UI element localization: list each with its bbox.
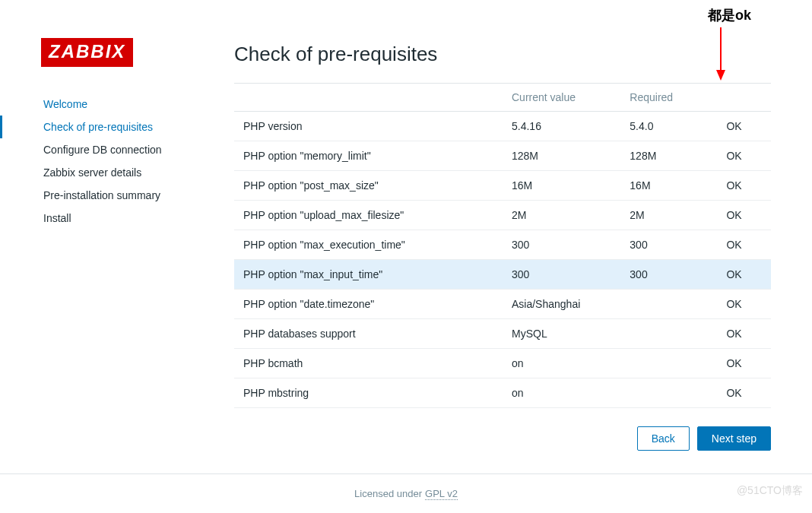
nav-step-0[interactable]: Welcome <box>0 93 198 116</box>
cell-status: OK <box>717 230 771 260</box>
cell-name: PHP mbstring <box>234 378 503 408</box>
cell-status: OK <box>717 141 771 171</box>
cell-required: 300 <box>620 260 717 290</box>
table-row: PHP option "post_max_size"16M16MOK <box>234 171 771 201</box>
cell-name: PHP version <box>234 112 503 141</box>
cell-required: 5.4.0 <box>620 112 717 141</box>
sidebar: ZABBIX WelcomeCheck of pre-requisitesCon… <box>0 0 198 513</box>
footer-text: Licensed under <box>354 488 422 499</box>
nav-step-1[interactable]: Check of pre-requisites <box>0 116 198 138</box>
cell-current-value: Asia/Shanghai <box>503 290 620 319</box>
footer: Licensed under GPL v2 <box>0 473 812 513</box>
cell-status: OK <box>717 319 771 349</box>
app-container: ZABBIX WelcomeCheck of pre-requisitesCon… <box>0 0 812 513</box>
svg-marker-1 <box>716 70 725 81</box>
cell-status: OK <box>717 378 771 408</box>
footer-license-link[interactable]: GPL v2 <box>425 488 458 500</box>
cell-status: OK <box>717 260 771 290</box>
cell-current-value: 5.4.16 <box>503 112 620 141</box>
cell-required <box>620 378 717 408</box>
cell-required: 128M <box>620 141 717 171</box>
setup-steps-nav: WelcomeCheck of pre-requisitesConfigure … <box>41 93 198 230</box>
annotation-note: 都是ok <box>708 6 751 24</box>
watermark-text: @51CTO博客 <box>737 484 803 498</box>
header-name <box>234 84 503 112</box>
cell-status: OK <box>717 201 771 230</box>
table-row: PHP bcmathonOK <box>234 349 771 378</box>
table-row: PHP option "max_execution_time"300300OK <box>234 230 771 260</box>
requirements-table: Current value Required PHP version5.4.16… <box>234 84 771 408</box>
cell-required: 16M <box>620 171 717 201</box>
cell-current-value: MySQL <box>503 319 620 349</box>
table-row: PHP version5.4.165.4.0OK <box>234 112 771 141</box>
cell-required: 2M <box>620 201 717 230</box>
cell-current-value: 128M <box>503 141 620 171</box>
cell-name: PHP option "upload_max_filesize" <box>234 201 503 230</box>
cell-status: OK <box>717 112 771 141</box>
wizard-button-row: Back Next step <box>637 426 771 451</box>
nav-step-2[interactable]: Configure DB connection <box>0 138 198 161</box>
annotation-arrow-icon <box>713 27 728 82</box>
cell-required <box>620 319 717 349</box>
requirements-scroll-area[interactable]: Current value Required PHP version5.4.16… <box>234 83 771 408</box>
cell-required <box>620 349 717 378</box>
nav-step-5[interactable]: Install <box>0 207 198 230</box>
table-row: PHP option "date.timezone"Asia/ShanghaiO… <box>234 290 771 319</box>
cell-name: PHP databases support <box>234 319 503 349</box>
cell-name: PHP bcmath <box>234 349 503 378</box>
table-row: PHP mbstringonOK <box>234 378 771 408</box>
header-required: Required <box>620 84 717 112</box>
nav-step-4[interactable]: Pre-installation summary <box>0 184 198 207</box>
header-current-value: Current value <box>503 84 620 112</box>
cell-current-value: 16M <box>503 171 620 201</box>
cell-required: 300 <box>620 230 717 260</box>
nav-step-3[interactable]: Zabbix server details <box>0 161 198 184</box>
cell-status: OK <box>717 290 771 319</box>
page-title: Check of pre-requisites <box>234 43 771 66</box>
next-step-button[interactable]: Next step <box>697 426 771 451</box>
table-row: PHP option "memory_limit"128M128MOK <box>234 141 771 171</box>
cell-name: PHP option "max_execution_time" <box>234 230 503 260</box>
zabbix-logo: ZABBIX <box>41 38 133 67</box>
table-row: PHP databases supportMySQLOK <box>234 319 771 349</box>
cell-current-value: 2M <box>503 201 620 230</box>
cell-current-value: 300 <box>503 230 620 260</box>
cell-status: OK <box>717 349 771 378</box>
table-row: PHP option "max_input_time"300300OK <box>234 260 771 290</box>
cell-status: OK <box>717 171 771 201</box>
cell-current-value: on <box>503 378 620 408</box>
header-status <box>717 84 771 112</box>
cell-name: PHP option "max_input_time" <box>234 260 503 290</box>
cell-current-value: 300 <box>503 260 620 290</box>
cell-required <box>620 290 717 319</box>
cell-current-value: on <box>503 349 620 378</box>
cell-name: PHP option "post_max_size" <box>234 171 503 201</box>
back-button[interactable]: Back <box>637 426 690 451</box>
cell-name: PHP option "date.timezone" <box>234 290 503 319</box>
cell-name: PHP option "memory_limit" <box>234 141 503 171</box>
table-row: PHP option "upload_max_filesize"2M2MOK <box>234 201 771 230</box>
